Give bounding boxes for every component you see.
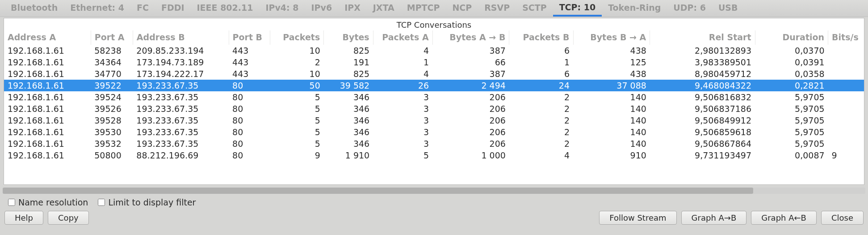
cell-bytes_ab: 206 (432, 138, 509, 150)
graph-ab-button[interactable]: Graph A→B (681, 211, 747, 225)
cell-duration: 5,9705 (755, 138, 828, 150)
follow-stream-button[interactable]: Follow Stream (599, 211, 676, 225)
cell-bytes: 1 910 (324, 150, 373, 161)
cell-bytes_ab: 206 (432, 115, 509, 126)
close-button[interactable]: Close (821, 211, 864, 225)
table-row[interactable]: 192.168.1.6139528193.233.67.358053463206… (4, 115, 864, 126)
cell-pkts_a: 4 (373, 45, 432, 56)
tab-bluetooth[interactable]: Bluetooth (4, 1, 64, 17)
cell-bytes_ba: 140 (573, 115, 650, 126)
help-button[interactable]: Help (4, 211, 43, 225)
horizontal-scrollbar[interactable] (3, 188, 865, 194)
cell-packets: 5 (270, 126, 324, 138)
cell-pkts_b: 2 (509, 115, 573, 126)
cell-pkts_a: 3 (373, 126, 432, 138)
cell-bytes: 39 582 (324, 80, 373, 91)
col-port_b[interactable]: Port B (229, 30, 270, 45)
tab-udp-6[interactable]: UDP: 6 (667, 1, 712, 17)
cell-bytes_ba: 910 (573, 150, 650, 161)
tab-ipx[interactable]: IPX (338, 1, 367, 17)
cell-bytes_ab: 206 (432, 126, 509, 138)
col-pkts_a[interactable]: Packets A (373, 30, 432, 45)
cell-addr_a: 192.168.1.61 (4, 80, 91, 91)
tab-token-ring[interactable]: Token-Ring (602, 1, 667, 17)
cell-addr_b: 193.233.67.35 (133, 138, 229, 150)
table-row[interactable]: 192.168.1.6139532193.233.67.358053463206… (4, 138, 864, 150)
cell-pkts_a: 1 (373, 56, 432, 68)
limit-filter-option[interactable]: Limit to display filter (96, 197, 196, 207)
cell-addr_b: 193.233.67.35 (133, 103, 229, 115)
cell-bits (828, 91, 864, 103)
tab-jxta[interactable]: JXTA (367, 1, 401, 17)
tab-fddi[interactable]: FDDI (155, 1, 191, 17)
cell-port_b: 80 (229, 150, 270, 161)
table-row[interactable]: 192.168.1.6158238209.85.233.194443108254… (4, 45, 864, 56)
cell-packets: 5 (270, 138, 324, 150)
tab-mptcp[interactable]: MPTCP (401, 1, 446, 17)
table-row[interactable]: 192.168.1.615080088.212.196.698091 91051… (4, 150, 864, 161)
tab-ncp[interactable]: NCP (446, 1, 478, 17)
table-row[interactable]: 192.168.1.6139530193.233.67.358053463206… (4, 126, 864, 138)
tab-ieee-802-11[interactable]: IEEE 802.11 (191, 1, 260, 17)
table-row[interactable]: 192.168.1.6134770173.194.222.17443108254… (4, 68, 864, 80)
cell-bytes: 346 (324, 138, 373, 150)
conversations-table[interactable]: Address APort AAddress BPort BPacketsByt… (4, 30, 864, 161)
cell-bytes: 825 (324, 68, 373, 80)
col-rel_start[interactable]: Rel Start (650, 30, 755, 45)
tab-usb[interactable]: USB (712, 1, 744, 17)
col-packets[interactable]: Packets (270, 30, 324, 45)
cell-bytes_ba: 37 088 (573, 80, 650, 91)
cell-bytes_ab: 206 (432, 91, 509, 103)
scrollbar-thumb[interactable] (3, 188, 753, 194)
tab-fc[interactable]: FC (130, 1, 155, 17)
cell-bytes: 346 (324, 91, 373, 103)
cell-addr_a: 192.168.1.61 (4, 115, 91, 126)
cell-bits (828, 126, 864, 138)
cell-addr_a: 192.168.1.61 (4, 45, 91, 56)
tab-ethernet-4[interactable]: Ethernet: 4 (64, 1, 130, 17)
table-wrapper: Address APort AAddress BPort BPacketsByt… (4, 30, 864, 184)
col-port_a[interactable]: Port A (91, 30, 133, 45)
tab-ipv4-8[interactable]: IPv4: 8 (259, 1, 305, 17)
cell-port_b: 443 (229, 56, 270, 68)
name-resolution-option[interactable]: Name resolution (6, 197, 88, 207)
cell-port_b: 80 (229, 138, 270, 150)
table-row[interactable]: 192.168.1.6134364173.194.73.189443219116… (4, 56, 864, 68)
tab-rsvp[interactable]: RSVP (478, 1, 516, 17)
table-row[interactable]: 192.168.1.6139522193.233.67.35805039 582… (4, 80, 864, 91)
col-duration[interactable]: Duration (755, 30, 828, 45)
cell-port_a: 34770 (91, 68, 133, 80)
col-bits[interactable]: Bits/s (828, 30, 864, 45)
cell-bytes: 191 (324, 56, 373, 68)
cell-pkts_b: 1 (509, 56, 573, 68)
cell-port_a: 50800 (91, 150, 133, 161)
table-row[interactable]: 192.168.1.6139526193.233.67.358053463206… (4, 103, 864, 115)
col-pkts_b[interactable]: Packets B (509, 30, 573, 45)
copy-button[interactable]: Copy (48, 211, 89, 225)
col-bytes_ba[interactable]: Bytes B → A (573, 30, 650, 45)
tab-ipv6[interactable]: IPv6 (305, 1, 339, 17)
cell-duration: 0,0391 (755, 56, 828, 68)
cell-bytes_ba: 125 (573, 56, 650, 68)
cell-pkts_a: 5 (373, 150, 432, 161)
limit-filter-checkbox[interactable] (98, 199, 105, 206)
cell-bits (828, 138, 864, 150)
col-addr_b[interactable]: Address B (133, 30, 229, 45)
tab-sctp[interactable]: SCTP (516, 1, 553, 17)
graph-ba-button[interactable]: Graph A←B (751, 211, 817, 225)
col-addr_a[interactable]: Address A (4, 30, 91, 45)
tab-tcp-10[interactable]: TCP: 10 (553, 0, 602, 17)
cell-addr_a: 192.168.1.61 (4, 91, 91, 103)
cell-duration: 0,0087 (755, 150, 828, 161)
conversations-panel: TCP Conversations Address APort AAddress… (4, 18, 864, 185)
table-header-row[interactable]: Address APort AAddress BPort BPacketsByt… (4, 30, 864, 45)
cell-pkts_a: 3 (373, 115, 432, 126)
cell-packets: 10 (270, 45, 324, 56)
col-bytes_ab[interactable]: Bytes A → B (432, 30, 509, 45)
table-row[interactable]: 192.168.1.6139524193.233.67.358053463206… (4, 91, 864, 103)
col-bytes[interactable]: Bytes (324, 30, 373, 45)
options-row: Name resolution Limit to display filter (0, 196, 868, 210)
cell-pkts_b: 2 (509, 126, 573, 138)
cell-rel_start: 2,980132893 (650, 45, 755, 56)
name-resolution-checkbox[interactable] (8, 199, 15, 206)
